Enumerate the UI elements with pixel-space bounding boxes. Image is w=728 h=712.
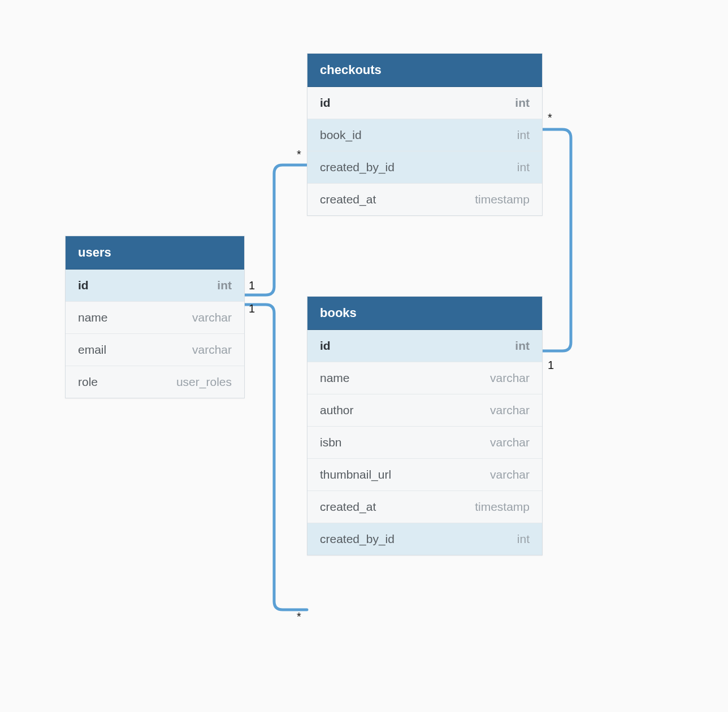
column-name: created_by_id xyxy=(320,160,395,174)
column-name: name xyxy=(78,311,108,324)
column-type: timestamp xyxy=(475,500,530,514)
column-type: int xyxy=(517,532,530,546)
entity-checkouts-header: checkouts xyxy=(307,54,542,87)
column-name: book_id xyxy=(320,128,362,142)
cardinality-label: * xyxy=(548,111,552,124)
column-name: author xyxy=(320,403,354,417)
table-row[interactable]: name varchar xyxy=(66,302,244,334)
table-row[interactable]: id int xyxy=(307,87,542,119)
column-type: varchar xyxy=(490,468,530,481)
column-name: id xyxy=(320,339,331,353)
column-name: created_at xyxy=(320,193,376,206)
table-row[interactable]: id int xyxy=(307,330,542,362)
column-type: int xyxy=(517,160,530,174)
column-type: timestamp xyxy=(475,193,530,206)
table-row[interactable]: id int xyxy=(66,270,244,302)
table-row[interactable]: email varchar xyxy=(66,334,244,366)
cardinality-label: 1 xyxy=(249,302,255,315)
table-row[interactable]: book_id int xyxy=(307,119,542,151)
column-type: varchar xyxy=(490,436,530,449)
table-row[interactable]: author varchar xyxy=(307,394,542,427)
column-type: varchar xyxy=(192,311,232,324)
column-name: isbn xyxy=(320,436,342,449)
table-row[interactable]: created_by_id int xyxy=(307,151,542,184)
column-type: varchar xyxy=(490,403,530,417)
table-row[interactable]: isbn varchar xyxy=(307,427,542,459)
column-name: id xyxy=(78,279,89,292)
column-type: varchar xyxy=(490,371,530,385)
table-row[interactable]: role user_roles xyxy=(66,366,244,398)
column-type: int xyxy=(515,96,530,110)
entity-title: users xyxy=(78,245,111,259)
cardinality-label: 1 xyxy=(548,359,554,372)
column-type: int xyxy=(515,339,530,353)
cardinality-label: * xyxy=(297,610,301,623)
entity-books-header: books xyxy=(307,297,542,330)
table-row[interactable]: created_at timestamp xyxy=(307,491,542,523)
table-row[interactable]: thumbnail_url varchar xyxy=(307,459,542,491)
column-type: int xyxy=(217,279,232,292)
cardinality-label: * xyxy=(297,148,301,161)
column-name: role xyxy=(78,375,98,389)
column-name: created_by_id xyxy=(320,532,395,546)
table-row[interactable]: created_by_id int xyxy=(307,523,542,555)
column-name: name xyxy=(320,371,350,385)
erd-canvas: users id int name varchar email varchar … xyxy=(0,0,728,712)
entity-title: checkouts xyxy=(320,63,382,77)
column-name: id xyxy=(320,96,331,110)
entity-checkouts[interactable]: checkouts id int book_id int created_by_… xyxy=(307,53,543,216)
entity-users[interactable]: users id int name varchar email varchar … xyxy=(65,236,245,398)
entity-users-header: users xyxy=(66,236,244,270)
cardinality-label: 1 xyxy=(249,279,255,292)
column-type: int xyxy=(517,128,530,142)
column-name: email xyxy=(78,343,106,357)
entity-books[interactable]: books id int name varchar author varchar… xyxy=(307,296,543,555)
table-row[interactable]: name varchar xyxy=(307,362,542,394)
entity-title: books xyxy=(320,306,357,320)
column-type: user_roles xyxy=(176,375,232,389)
table-row[interactable]: created_at timestamp xyxy=(307,184,542,215)
column-name: created_at xyxy=(320,500,376,514)
column-name: thumbnail_url xyxy=(320,468,391,481)
column-type: varchar xyxy=(192,343,232,357)
